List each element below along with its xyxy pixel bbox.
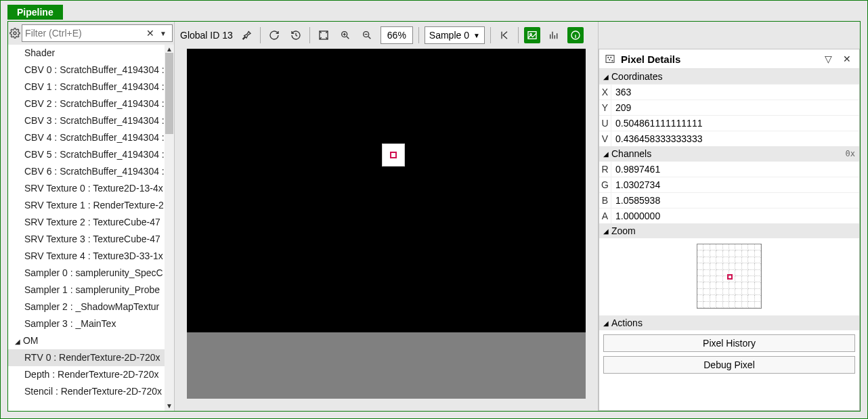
zoom-level-input[interactable] <box>381 26 413 44</box>
channel-key: R <box>599 162 611 177</box>
zoom-out-icon[interactable] <box>359 27 375 43</box>
channel-value: 1.0302734 <box>611 177 859 192</box>
svg-rect-7 <box>606 56 614 63</box>
refresh-cw-icon[interactable] <box>266 27 282 43</box>
histogram-icon[interactable] <box>546 27 562 43</box>
zoom-preview <box>697 244 762 309</box>
section-coordinates[interactable]: ◢ Coordinates <box>599 69 859 84</box>
tree-item[interactable]: Sampler 3 : _MainTex <box>8 315 165 332</box>
tree-item[interactable]: SRV Texture 3 : TextureCube-47 <box>8 231 165 248</box>
channel-value: 1.0000000 <box>611 208 859 223</box>
tree-item[interactable]: Depth : RenderTexture-2D-720x <box>8 366 165 383</box>
channel-row: R0.9897461 <box>599 161 859 177</box>
tab-pipeline[interactable]: Pipeline <box>7 5 63 20</box>
pin-icon[interactable] <box>238 27 255 43</box>
tree-item[interactable]: Sampler 1 : samplerunity_Probe <box>8 282 165 299</box>
scroll-thumb[interactable] <box>165 53 173 134</box>
filter-dropdown-icon[interactable]: ▼ <box>157 30 169 37</box>
tree-item[interactable]: CBV 2 : ScratchBuffer_4194304 : <box>8 95 165 112</box>
history-icon[interactable] <box>288 27 304 43</box>
pipeline-tree[interactable]: ShaderCBV 0 : ScratchBuffer_4194304 :CBV… <box>8 45 165 411</box>
channel-value: 0.9897461 <box>611 162 859 177</box>
chevron-down-icon: ▼ <box>473 32 480 39</box>
section-channels-label: Channels <box>611 148 651 159</box>
tree-item[interactable]: SRV Texture 1 : RenderTexture-2 <box>8 197 165 214</box>
channels-format-toggle[interactable]: 0x <box>846 149 855 158</box>
tree-item[interactable]: Sampler 0 : samplerunity_SpecC <box>8 265 165 282</box>
coord-value: 209 <box>611 100 859 115</box>
scroll-down-icon[interactable]: ▼ <box>166 401 173 411</box>
tree-item[interactable]: SRV Texture 4 : Texture3D-33-1x <box>8 248 165 265</box>
panel-options-icon[interactable]: ▽ <box>821 52 835 66</box>
tree-item[interactable]: SRV Texture 0 : Texture2D-13-4x <box>8 180 165 197</box>
tree-item[interactable]: CBV 4 : ScratchBuffer_4194304 : <box>8 129 165 146</box>
tree-item[interactable]: CBV 0 : ScratchBuffer_4194304 : <box>8 62 165 79</box>
pixel-crosshair-icon <box>390 152 397 158</box>
section-coordinates-label: Coordinates <box>611 71 663 82</box>
viewer-toolbar: Global ID 13 <box>175 22 598 49</box>
coord-value: 0.436458333333333 <box>611 131 859 146</box>
tree-scrollbar[interactable]: ▲ ▼ <box>165 45 174 411</box>
svg-point-0 <box>14 32 16 35</box>
section-zoom-label: Zoom <box>611 225 636 236</box>
pixel-marker <box>382 144 405 167</box>
tree-item[interactable]: CBV 6 : ScratchBuffer_4194304 : <box>8 163 165 180</box>
fit-icon[interactable] <box>316 27 332 43</box>
tree-item[interactable]: Sampler 2 : _ShadowMapTextur <box>8 299 165 315</box>
svg-point-11 <box>612 60 613 61</box>
channel-row: A1.0000000 <box>599 208 859 223</box>
section-channels[interactable]: ◢ Channels 0x <box>599 146 859 161</box>
image-view-icon[interactable] <box>524 27 540 43</box>
coord-row: Y209 <box>599 100 859 115</box>
viewport-overflow <box>187 332 586 399</box>
tree-group[interactable]: ◢ OM <box>8 332 165 349</box>
section-actions[interactable]: ◢ Actions <box>599 315 859 330</box>
caret-down-icon: ◢ <box>603 227 609 235</box>
zoom-in-icon[interactable] <box>337 27 353 43</box>
info-icon[interactable] <box>567 27 584 43</box>
coord-value: 0.504861111111111 <box>611 116 859 131</box>
pipeline-tree-panel: ✕ ▼ ShaderCBV 0 : ScratchBuffer_4194304 … <box>8 22 175 411</box>
caret-down-icon: ◢ <box>603 319 609 327</box>
channel-row: B1.0585938 <box>599 192 859 208</box>
tree-item[interactable]: CBV 5 : ScratchBuffer_4194304 : <box>8 146 165 163</box>
filter-clear-icon[interactable]: ✕ <box>144 28 157 39</box>
section-zoom[interactable]: ◢ Zoom <box>599 223 859 238</box>
tree-item[interactable]: SRV Texture 2 : TextureCube-47 <box>8 214 165 231</box>
channel-key: G <box>599 177 611 192</box>
svg-point-8 <box>608 57 609 58</box>
coord-key: U <box>599 116 611 131</box>
svg-point-10 <box>609 60 610 60</box>
pixel-grid-icon <box>605 53 615 64</box>
panel-close-icon[interactable]: ✕ <box>840 52 854 66</box>
svg-point-9 <box>611 57 611 58</box>
sample-select[interactable]: Sample 0 ▼ <box>425 26 485 44</box>
caret-down-icon: ◢ <box>603 150 609 158</box>
section-actions-label: Actions <box>611 317 643 328</box>
tree-item[interactable]: CBV 3 : ScratchBuffer_4194304 : <box>8 112 165 129</box>
coord-key: V <box>599 131 611 146</box>
coord-value: 363 <box>611 85 859 100</box>
pixel-history-button[interactable]: Pixel History <box>603 334 855 352</box>
coord-key: Y <box>599 100 611 115</box>
filter-input[interactable] <box>25 28 144 39</box>
filter-input-wrap: ✕ ▼ <box>22 24 173 42</box>
texture-viewport[interactable] <box>187 49 586 332</box>
coord-key: X <box>599 85 611 100</box>
pixel-details-panel: Pixel Details ▽ ✕ ◢ Coordinates X363Y209… <box>599 49 860 411</box>
panel-title: Pixel Details <box>621 53 816 65</box>
tree-item[interactable]: Stencil : RenderTexture-2D-720x <box>8 383 165 400</box>
zoom-crosshair-icon <box>727 274 733 280</box>
channel-key: A <box>599 208 611 223</box>
prev-sample-icon[interactable] <box>496 27 513 43</box>
tree-item[interactable]: CBV 1 : ScratchBuffer_4194304 : <box>8 79 165 95</box>
channel-key: B <box>599 193 611 208</box>
tree-item[interactable]: Shader <box>8 45 165 62</box>
global-id-label: Global ID 13 <box>180 30 233 41</box>
channel-value: 1.0585938 <box>611 193 859 208</box>
caret-down-icon: ◢ <box>603 73 609 81</box>
gear-icon[interactable] <box>9 26 20 40</box>
tree-item[interactable]: RTV 0 : RenderTexture-2D-720x <box>8 349 165 366</box>
sample-select-label: Sample 0 <box>429 30 469 41</box>
debug-pixel-button[interactable]: Debug Pixel <box>603 356 855 374</box>
